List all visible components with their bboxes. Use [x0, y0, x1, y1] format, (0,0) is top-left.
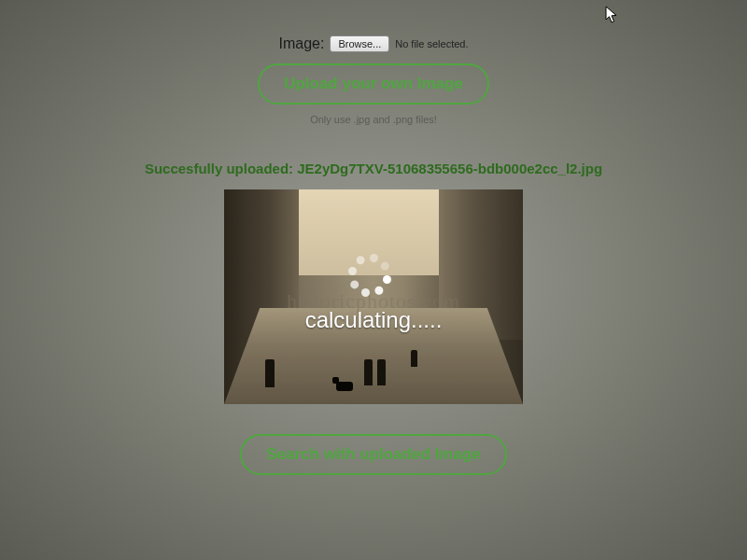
- loading-overlay: calculating.....: [224, 189, 523, 404]
- browse-button[interactable]: Browse...: [330, 35, 389, 52]
- calculating-text: calculating.....: [305, 307, 443, 333]
- image-preview: historicphotos.com calculating.....: [224, 189, 523, 404]
- upload-status: Succesfully uploaded: JE2yDg7TXV-5106835…: [145, 161, 602, 176]
- file-type-hint: Only use .jpg and .png files!: [310, 114, 437, 125]
- search-button[interactable]: Search with uploaded Image: [240, 434, 507, 475]
- file-label: Image:: [278, 35, 324, 52]
- file-input-row: Image: Browse... No file selected.: [278, 35, 468, 52]
- main-container: Image: Browse... No file selected. Uploa…: [0, 0, 747, 475]
- status-filename: JE2yDg7TXV-51068355656-bdb000e2cc_l2.jpg: [297, 161, 602, 176]
- no-file-text: No file selected.: [395, 38, 468, 49]
- spinner-icon: [355, 260, 392, 298]
- status-prefix: Succesfully uploaded:: [145, 161, 297, 176]
- upload-button[interactable]: Upload your own Image: [258, 63, 489, 105]
